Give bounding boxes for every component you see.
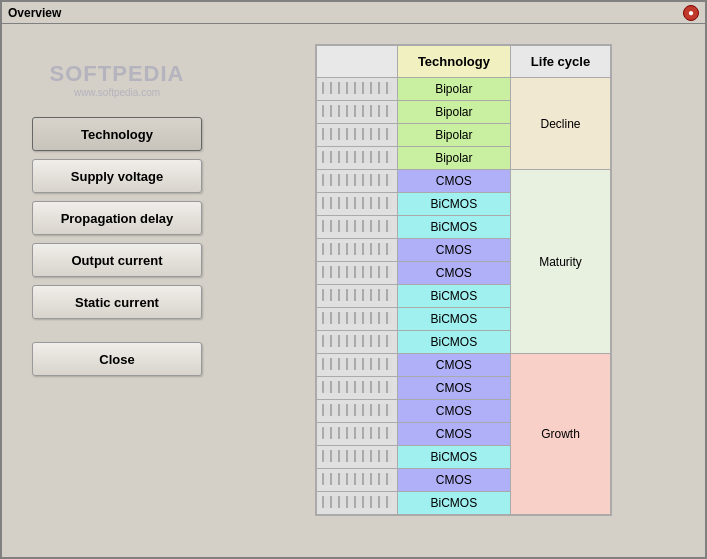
row-label — [316, 446, 397, 469]
row-label — [316, 239, 397, 262]
tech-cell: CMOS — [397, 262, 510, 285]
tech-cell: Bipolar — [397, 147, 510, 170]
row-label — [316, 308, 397, 331]
sidebar: SOFTPEDIA www.softpedia.com Technology S… — [12, 34, 222, 547]
propagation-delay-button[interactable]: Propagation delay — [32, 201, 202, 235]
watermark-url: www.softpedia.com — [74, 87, 160, 98]
tech-cell: BiCMOS — [397, 492, 510, 515]
window-title: Overview — [8, 6, 61, 20]
row-label — [316, 147, 397, 170]
tech-cell: BiCMOS — [397, 216, 510, 239]
watermark-title: SOFTPEDIA — [50, 61, 185, 87]
supply-voltage-button[interactable]: Supply voltage — [32, 159, 202, 193]
tech-cell: BiCMOS — [397, 331, 510, 354]
tech-cell: CMOS — [397, 400, 510, 423]
main-window: Overview ● SOFTPEDIA www.softpedia.com T… — [0, 0, 707, 559]
col-header-technology: Technology — [397, 46, 510, 78]
tech-cell: Bipolar — [397, 124, 510, 147]
data-table-container: Technology Life cycle Bipolar Decline — [315, 44, 612, 516]
row-label — [316, 354, 397, 377]
static-current-button[interactable]: Static current — [32, 285, 202, 319]
tech-cell: CMOS — [397, 423, 510, 446]
row-label — [316, 400, 397, 423]
lifecycle-cell-growth: Growth — [510, 354, 610, 515]
lifecycle-cell-maturity: Maturity — [510, 170, 610, 354]
row-label — [316, 193, 397, 216]
tech-cell: Bipolar — [397, 78, 510, 101]
tech-cell: BiCMOS — [397, 193, 510, 216]
tech-cell: BiCMOS — [397, 446, 510, 469]
row-label — [316, 262, 397, 285]
data-table: Technology Life cycle Bipolar Decline — [316, 45, 611, 515]
row-label — [316, 423, 397, 446]
col-header-lifecycle: Life cycle — [510, 46, 610, 78]
tech-cell: CMOS — [397, 469, 510, 492]
technology-button[interactable]: Technology — [32, 117, 202, 151]
output-current-button[interactable]: Output current — [32, 243, 202, 277]
tech-cell: CMOS — [397, 170, 510, 193]
row-label — [316, 492, 397, 515]
row-label — [316, 469, 397, 492]
tech-cell: CMOS — [397, 354, 510, 377]
row-label — [316, 170, 397, 193]
table-row: CMOS Maturity — [316, 170, 610, 193]
row-label — [316, 124, 397, 147]
tech-cell: CMOS — [397, 239, 510, 262]
tech-cell: BiCMOS — [397, 308, 510, 331]
main-content: Technology Life cycle Bipolar Decline — [232, 34, 695, 547]
window-close-button[interactable]: ● — [683, 5, 699, 21]
title-bar: Overview ● — [2, 2, 705, 24]
table-row: CMOS Growth — [316, 354, 610, 377]
tech-cell: Bipolar — [397, 101, 510, 124]
table-row: Bipolar Decline — [316, 78, 610, 101]
row-label — [316, 285, 397, 308]
tech-cell: CMOS — [397, 377, 510, 400]
row-label — [316, 78, 397, 101]
row-label — [316, 377, 397, 400]
row-label — [316, 216, 397, 239]
row-label — [316, 101, 397, 124]
lifecycle-cell-decline: Decline — [510, 78, 610, 170]
row-label — [316, 331, 397, 354]
watermark: SOFTPEDIA www.softpedia.com — [27, 54, 207, 104]
col-header-empty — [316, 46, 397, 78]
tech-cell: BiCMOS — [397, 285, 510, 308]
close-button[interactable]: Close — [32, 342, 202, 376]
